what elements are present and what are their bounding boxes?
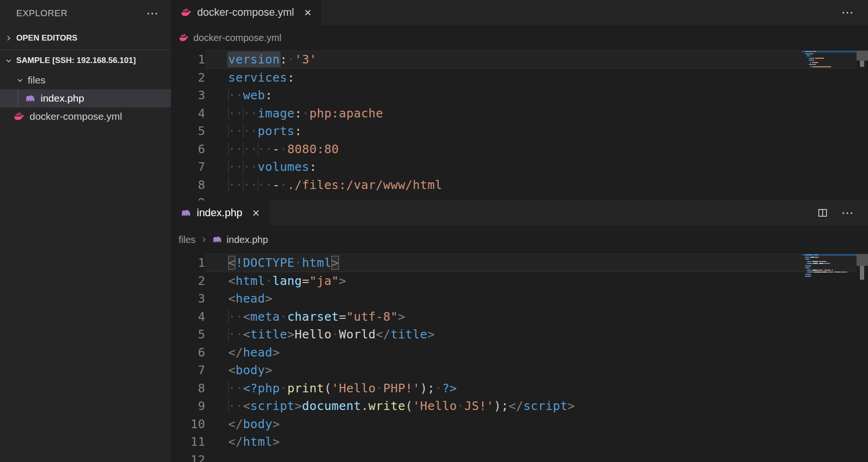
breadcrumb: files index.php — [171, 225, 868, 254]
tabbar-bottom: index.php × ⋯ — [171, 200, 868, 225]
vscode-window: EXPLORER ⋯ OPEN EDITORS SAMPLE [SSH: 192… — [0, 0, 868, 462]
line-number[interactable]: 9 — [171, 397, 205, 415]
minimap[interactable] — [802, 254, 857, 462]
code-line[interactable]: 4····image:·php:apache — [171, 105, 868, 123]
code-line[interactable]: 11</html> — [171, 433, 868, 451]
tree-indent-guide — [18, 89, 18, 107]
workspace-label: SAMPLE [SSH: 192.168.56.101] — [16, 56, 136, 65]
workspace-section[interactable]: SAMPLE [SSH: 192.168.56.101] — [0, 50, 171, 71]
code-line[interactable]: 2services: — [171, 69, 868, 87]
line-number[interactable]: 6 — [171, 344, 205, 362]
code-line[interactable]: 2<html·lang="ja"> — [171, 272, 868, 290]
line-number[interactable]: 5 — [171, 122, 205, 140]
code-line[interactable]: 1<!DOCTYPE·html> — [171, 254, 868, 272]
code-editor-index-php: 1<!DOCTYPE·html>2<html·lang="ja">3<head>… — [171, 254, 868, 462]
code-line[interactable]: 10</body> — [171, 415, 868, 433]
editor-area: docker-compose.yml × ⋯ docker-compose.ym… — [171, 0, 868, 462]
php-file-icon — [180, 208, 191, 219]
line-number[interactable]: 1 — [171, 51, 205, 69]
line-number[interactable]: 8 — [171, 379, 205, 398]
tab-label: index.php — [197, 207, 242, 219]
code-line[interactable]: 5··<title>Hello·World</title> — [171, 326, 868, 344]
scrollbar-thumb[interactable] — [857, 51, 868, 61]
tree-item-index-php[interactable]: index.php — [0, 89, 171, 107]
code-line[interactable]: 7<body> — [171, 361, 868, 379]
code-editor-docker-compose: 1version:·'3'2services:3··web:4····image… — [171, 51, 868, 200]
scrollbar[interactable] — [857, 254, 868, 462]
tree-item-docker-compose[interactable]: docker-compose.yml — [0, 107, 171, 126]
php-file-icon — [212, 234, 222, 245]
code-line[interactable]: 8··<?php·print('Hello·PHP!');·?> — [171, 379, 868, 398]
file-label: docker-compose.yml — [30, 111, 122, 122]
overview-ruler-decoration — [860, 61, 864, 67]
line-number[interactable]: 1 — [171, 254, 205, 272]
code-line[interactable]: 4··<meta·charset="utf-8"> — [171, 308, 868, 326]
open-editors-label: OPEN EDITORS — [16, 33, 77, 43]
split-editor-icon[interactable] — [816, 207, 829, 219]
docker-file-icon — [179, 32, 189, 43]
code-line[interactable]: 6······-·8080:80 — [171, 140, 868, 158]
line-number[interactable]: 11 — [171, 433, 205, 451]
editor-group-bottom: index.php × ⋯ files index.php 1<!DOCTYPE… — [171, 200, 868, 462]
php-file-icon — [25, 93, 36, 104]
line-number[interactable]: 6 — [171, 140, 205, 158]
line-number[interactable]: 10 — [171, 415, 205, 433]
code-line[interactable]: 6</head> — [171, 344, 868, 362]
chevron-down-icon — [16, 76, 24, 84]
code-line[interactable]: 3<head> — [171, 290, 868, 308]
code-line[interactable]: 5····ports: — [171, 122, 868, 140]
line-number[interactable]: 5 — [171, 326, 205, 344]
more-actions-icon[interactable]: ⋯ — [841, 6, 855, 19]
tab-docker-compose[interactable]: docker-compose.yml × — [171, 0, 321, 25]
code-line[interactable]: 8······-·./files:/var/www/html — [171, 176, 868, 194]
line-number[interactable]: 4 — [171, 308, 205, 326]
code-line[interactable]: 3··web: — [171, 86, 868, 105]
more-actions-icon[interactable]: ⋯ — [841, 207, 855, 219]
file-label: index.php — [41, 93, 84, 104]
tab-index-php[interactable]: index.php × — [171, 200, 269, 225]
line-number[interactable]: 12 — [171, 451, 205, 462]
code-line[interactable]: 7····volumes: — [171, 158, 868, 176]
docker-file-icon — [180, 7, 192, 18]
folder-label: files — [28, 74, 45, 86]
line-number[interactable]: 3 — [171, 86, 205, 105]
chevron-down-icon — [5, 57, 12, 64]
code-line[interactable]: 12 — [171, 451, 868, 462]
line-number[interactable]: 2 — [171, 69, 205, 87]
file-tree: files index.php docker-compose.yml — [0, 71, 171, 126]
line-number[interactable]: 7 — [171, 361, 205, 379]
line-number[interactable]: 2 — [171, 272, 205, 290]
docker-file-icon — [13, 111, 25, 122]
tree-item-files[interactable]: files — [0, 71, 171, 89]
breadcrumb-item[interactable]: index.php — [227, 234, 268, 245]
line-number[interactable]: 3 — [171, 290, 205, 308]
editor-group-top: docker-compose.yml × ⋯ docker-compose.ym… — [171, 0, 868, 200]
breadcrumb: docker-compose.yml — [171, 25, 868, 51]
explorer-sidebar: EXPLORER ⋯ OPEN EDITORS SAMPLE [SSH: 192… — [0, 0, 171, 462]
line-number[interactable]: 7 — [171, 158, 205, 176]
explorer-header: EXPLORER ⋯ — [0, 0, 171, 27]
explorer-title: EXPLORER — [16, 8, 67, 19]
line-number[interactable]: 4 — [171, 105, 205, 123]
code-line[interactable]: 9··<script>document.write('Hello·JS!');<… — [171, 397, 868, 415]
line-number[interactable]: 9 — [171, 194, 205, 200]
overview-ruler-decoration — [860, 266, 864, 280]
code-line[interactable]: 9 — [171, 194, 868, 200]
open-editors-section[interactable]: OPEN EDITORS — [0, 27, 171, 50]
tab-label: docker-compose.yml — [197, 6, 294, 19]
scrollbar[interactable] — [857, 51, 868, 200]
close-icon[interactable]: × — [252, 207, 259, 219]
code-line[interactable]: 1version:·'3' — [171, 51, 868, 69]
line-number[interactable]: 8 — [171, 176, 205, 194]
minimap[interactable] — [802, 51, 857, 200]
chevron-right-icon — [5, 34, 12, 42]
chevron-right-icon — [200, 236, 208, 243]
breadcrumb-item[interactable]: files — [179, 234, 196, 245]
tabbar-top: docker-compose.yml × ⋯ — [171, 0, 868, 25]
explorer-more-icon[interactable]: ⋯ — [146, 7, 159, 20]
scrollbar-thumb[interactable] — [857, 254, 868, 266]
breadcrumb-item[interactable]: docker-compose.yml — [193, 32, 282, 43]
close-icon[interactable]: × — [304, 6, 311, 19]
